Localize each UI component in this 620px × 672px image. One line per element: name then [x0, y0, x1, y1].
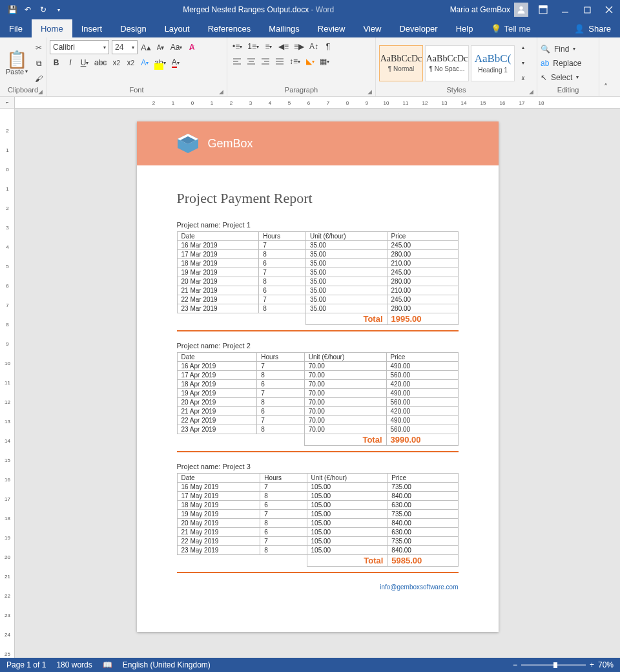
table-row: 18 May 20196105.00630.00 — [177, 501, 458, 510]
undo-icon[interactable]: ↶ — [21, 3, 35, 17]
project-table: DateHoursUnit (€/hour)Price16 Mar 201973… — [177, 231, 459, 325]
font-color-icon[interactable]: A▾ — [169, 56, 182, 69]
format-painter-icon[interactable]: 🖌 — [32, 72, 45, 85]
styles-dialog-icon[interactable]: ◢ — [529, 89, 533, 95]
bullets-icon[interactable]: •≡▾ — [231, 40, 244, 53]
clear-formatting-icon[interactable]: A̷ — [185, 41, 198, 54]
zoom-level[interactable]: 70% — [598, 660, 614, 669]
word-count[interactable]: 180 words — [56, 660, 92, 669]
line-spacing-icon[interactable]: ↕≡▾ — [287, 55, 302, 68]
tab-references[interactable]: References — [199, 19, 260, 37]
close-icon[interactable] — [598, 0, 620, 19]
zoom-slider[interactable] — [521, 664, 586, 666]
tab-developer[interactable]: Developer — [390, 19, 446, 37]
change-case-icon[interactable]: Aa▾ — [169, 41, 185, 54]
save-icon[interactable]: 💾 — [5, 3, 19, 17]
table-row: 18 Apr 2019670.00420.00 — [177, 380, 458, 389]
clipboard-dialog-icon[interactable]: ◢ — [38, 89, 43, 95]
select-button[interactable]: ↖Select▾ — [541, 72, 579, 83]
spellcheck-icon[interactable]: 📖 — [103, 660, 112, 669]
replace-button[interactable]: abReplace — [541, 58, 581, 69]
shrink-font-icon[interactable]: A▾ — [154, 41, 167, 54]
tab-file[interactable]: File — [0, 19, 32, 37]
project-name: Project name: Project 2 — [177, 342, 459, 350]
tell-me[interactable]: 💡Tell me — [482, 19, 539, 37]
table-row: 17 May 20198105.00840.00 — [177, 492, 458, 501]
table-row: 19 Apr 2019770.00490.00 — [177, 389, 458, 398]
styles-more-icon[interactable]: ⊻ — [517, 72, 530, 85]
ruler-horizontal[interactable]: ⌐ 210123456789101112131415161718 — [0, 97, 620, 109]
increase-indent-icon[interactable]: ≡▶ — [292, 40, 306, 53]
zoom-in-icon[interactable]: + — [590, 660, 594, 669]
find-icon: 🔍 — [541, 45, 550, 54]
styles-up-icon[interactable]: ▴ — [517, 41, 530, 54]
share-button[interactable]: 👤Share — [565, 24, 620, 34]
style-normal[interactable]: AaBbCcDc¶ Normal — [379, 45, 423, 81]
numbering-icon[interactable]: 1≡▾ — [245, 40, 261, 53]
strikethrough-icon[interactable]: abc — [92, 56, 108, 69]
style-nospac[interactable]: AaBbCcDc¶ No Spac... — [425, 45, 469, 81]
redo-icon[interactable]: ↻ — [36, 3, 50, 17]
copy-icon[interactable]: ⧉ — [32, 57, 45, 70]
tab-layout[interactable]: Layout — [156, 19, 199, 37]
lightbulb-icon: 💡 — [491, 24, 501, 34]
tab-design[interactable]: Design — [111, 19, 155, 37]
table-row: 21 Mar 2019635.00210.00 — [177, 286, 458, 295]
style-heading1[interactable]: AaBbC(Heading 1 — [471, 45, 515, 81]
align-right-icon[interactable] — [259, 55, 272, 68]
user-name[interactable]: Mario at GemBox — [450, 5, 510, 14]
page-status[interactable]: Page 1 of 1 — [6, 660, 46, 669]
decrease-indent-icon[interactable]: ◀≡ — [276, 40, 291, 53]
cut-icon[interactable]: ✂ — [32, 41, 45, 54]
status-bar: Page 1 of 1 180 words 📖 English (United … — [0, 658, 620, 672]
footer-link[interactable]: info@gemboxsoftware.com — [177, 583, 459, 591]
tab-review[interactable]: Review — [309, 19, 355, 37]
user-avatar-icon[interactable] — [514, 3, 528, 17]
justify-icon[interactable] — [273, 55, 286, 68]
ribbon-display-icon[interactable] — [532, 0, 554, 19]
superscript-icon[interactable]: x2 — [124, 56, 137, 69]
align-left-icon[interactable] — [231, 55, 243, 68]
show-marks-icon[interactable]: ¶ — [322, 40, 335, 53]
tab-help[interactable]: Help — [447, 19, 482, 37]
qat-customize-icon[interactable]: ▾ — [52, 3, 66, 17]
tab-insert[interactable]: Insert — [72, 19, 112, 37]
shading-icon[interactable]: ◣▾ — [304, 55, 316, 68]
find-button[interactable]: 🔍Find▾ — [541, 43, 575, 55]
svg-point-0 — [519, 6, 522, 10]
table-header: Date — [177, 232, 259, 241]
table-row: 17 Apr 2019870.00560.00 — [177, 371, 458, 380]
highlight-icon[interactable]: ab▾ — [152, 56, 167, 69]
sort-icon[interactable]: A↕ — [307, 40, 320, 53]
tab-selector-icon[interactable]: ⌐ — [0, 97, 15, 108]
maximize-icon[interactable] — [576, 0, 598, 19]
collapse-ribbon-icon[interactable]: ˄ — [599, 81, 612, 94]
ribbon: 📋 Paste▾ ✂ ⧉ 🖌 Clipboard◢ Calibri▾ 24▾ A… — [0, 37, 620, 97]
paragraph-dialog-icon[interactable]: ◢ — [367, 89, 372, 95]
document-area[interactable]: GemBox Project Payment Report Project na… — [15, 109, 620, 658]
minimize-icon[interactable] — [554, 0, 576, 19]
gembox-logo-icon — [176, 132, 200, 154]
font-selector[interactable]: Calibri▾ — [50, 40, 109, 54]
bold-icon[interactable]: B — [50, 56, 63, 69]
document-page[interactable]: GemBox Project Payment Report Project na… — [137, 121, 499, 632]
paste-button[interactable]: 📋 Paste▾ — [3, 50, 30, 77]
text-effects-icon[interactable]: A▾ — [138, 56, 151, 69]
subscript-icon[interactable]: x2 — [110, 56, 123, 69]
underline-icon[interactable]: U▾ — [78, 56, 91, 69]
italic-icon[interactable]: I — [64, 56, 77, 69]
align-center-icon[interactable] — [245, 55, 258, 68]
tab-mailings[interactable]: Mailings — [260, 19, 309, 37]
ruler-vertical[interactable]: 2101234567891011121314151617181920212223… — [0, 109, 15, 658]
font-dialog-icon[interactable]: ◢ — [219, 89, 223, 95]
tab-home[interactable]: Home — [32, 19, 72, 37]
document-name: Merged Nested Ranges Output.docx — [183, 5, 309, 14]
multilevel-list-icon[interactable]: ≡▾ — [262, 40, 275, 53]
styles-down-icon[interactable]: ▾ — [517, 57, 530, 70]
grow-font-icon[interactable]: A▴ — [139, 41, 153, 54]
font-size-selector[interactable]: 24▾ — [112, 40, 138, 54]
zoom-out-icon[interactable]: − — [513, 660, 517, 669]
borders-icon[interactable]: ▦▾ — [318, 55, 331, 68]
language-status[interactable]: English (United Kingdom) — [123, 660, 211, 669]
tab-view[interactable]: View — [354, 19, 390, 37]
